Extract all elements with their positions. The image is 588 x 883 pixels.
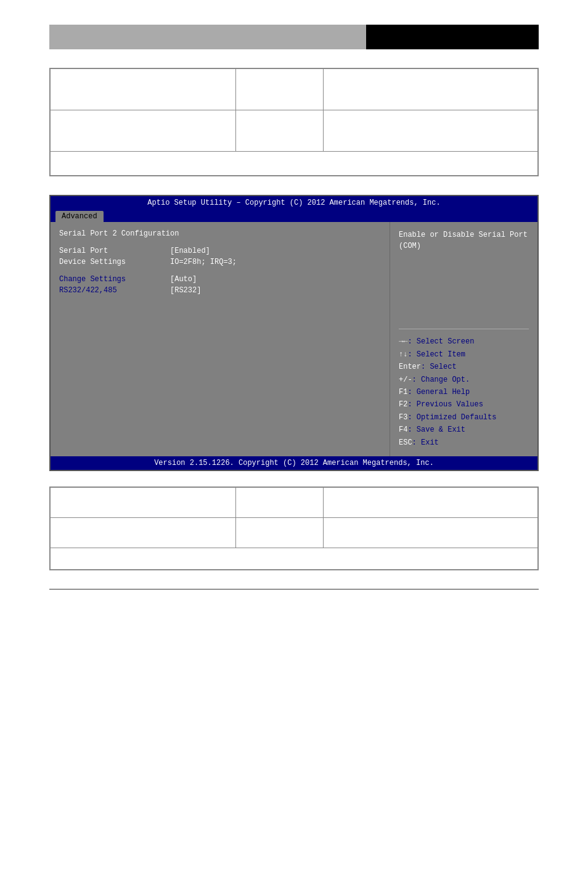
bios-section-title: Serial Port 2 Configuration	[59, 229, 381, 238]
key-f4: F4	[399, 425, 407, 434]
key-f3: F3	[399, 413, 407, 422]
upper-table-container	[49, 68, 539, 176]
bios-row-serial-port: Serial Port [Enabled]	[59, 247, 381, 255]
bios-key-enter: Enter: Select	[399, 361, 529, 373]
bios-title-text: Aptio Setup Utility – Copyright (C) 2012…	[147, 199, 440, 207]
bios-row-change-settings: Change Settings [Auto]	[59, 275, 381, 284]
lower-table-cell-2-1	[51, 518, 236, 548]
table-row-bottom	[51, 152, 538, 176]
top-left-bar	[49, 25, 366, 49]
bios-key-f3: F3: Optimized Defaults	[399, 411, 529, 424]
lower-table-container	[49, 487, 539, 570]
upper-table-bottom-cell	[51, 152, 538, 176]
bios-left-panel: Serial Port 2 Configuration Serial Port …	[51, 222, 390, 456]
bios-help-text: Enable or Disable Serial Port (COM)	[399, 229, 529, 322]
bios-key-f1: F1: General Help	[399, 386, 529, 398]
bios-help-title: Enable or Disable Serial Port (COM)	[399, 231, 528, 250]
bios-value-serial-port: [Enabled]	[170, 247, 210, 255]
bios-label-change-settings: Change Settings	[59, 275, 170, 284]
bios-value-device-settings: IO=2F8h; IRQ=3;	[170, 258, 237, 266]
bios-divider	[399, 329, 529, 329]
bios-label-serial-port: Serial Port	[59, 247, 170, 255]
table-row-bottom	[51, 548, 538, 570]
lower-table-cell-1-2	[235, 488, 323, 518]
table-row	[51, 518, 538, 548]
upper-table-cell-2-1	[51, 110, 236, 152]
bios-label-device-settings: Device Settings	[59, 258, 170, 266]
key-plusminus: +/-	[399, 376, 412, 384]
bios-row-rs232: RS232/422,485 [RS232]	[59, 286, 381, 295]
upper-table-cell-2-2	[235, 110, 323, 152]
table-row	[51, 110, 538, 152]
bios-footer-text: Version 2.15.1226. Copyright (C) 2012 Am…	[154, 459, 434, 467]
bios-key-f2: F2: Previous Values	[399, 398, 529, 411]
bios-key-arrows-ud: ↑↓: Select Item	[399, 348, 529, 361]
bios-value-change-settings: [Auto]	[170, 275, 197, 284]
key-esc: ESC	[399, 438, 412, 447]
upper-table-cell-1-3	[323, 69, 537, 110]
key-lr: →←	[399, 337, 407, 346]
bios-key-plusminus: +/-: Change Opt.	[399, 374, 529, 386]
top-right-bar	[366, 25, 539, 49]
lower-table	[50, 487, 538, 570]
table-row	[51, 488, 538, 518]
table-row	[51, 69, 538, 110]
bios-main-content: Serial Port 2 Configuration Serial Port …	[51, 222, 537, 456]
bottom-divider	[49, 589, 539, 589]
bios-value-rs232: [RS232]	[170, 286, 201, 295]
bios-key-legend: →←: Select Screen ↑↓: Select Item Enter:…	[399, 335, 529, 449]
bios-right-panel: Enable or Disable Serial Port (COM) →←: …	[390, 222, 537, 456]
lower-table-cell-1-3	[323, 488, 537, 518]
bios-key-f4: F4: Save & Exit	[399, 424, 529, 436]
key-f1: F1	[399, 388, 407, 396]
bios-key-arrows-lr: →←: Select Screen	[399, 335, 529, 348]
bios-title-bar: Aptio Setup Utility – Copyright (C) 2012…	[51, 196, 537, 210]
lower-table-bottom-cell	[51, 548, 538, 570]
bios-tab-row: Advanced	[51, 210, 537, 222]
bios-key-esc: ESC: Exit	[399, 437, 529, 449]
key-f2: F2	[399, 400, 407, 409]
upper-table	[50, 68, 538, 176]
lower-table-cell-2-3	[323, 518, 537, 548]
bios-row-device-settings: Device Settings IO=2F8h; IRQ=3;	[59, 258, 381, 266]
key-enter: Enter	[399, 363, 421, 371]
bios-screenshot: Aptio Setup Utility – Copyright (C) 2012…	[49, 195, 539, 471]
upper-table-cell-1-2	[235, 69, 323, 110]
bios-label-rs232: RS232/422,485	[59, 286, 170, 295]
bios-footer: Version 2.15.1226. Copyright (C) 2012 Am…	[51, 456, 537, 470]
key-ud: ↑↓	[399, 350, 407, 359]
lower-table-cell-2-2	[235, 518, 323, 548]
top-decorative-area	[49, 18, 539, 55]
upper-table-cell-1-1	[51, 69, 236, 110]
lower-table-cell-1-1	[51, 488, 236, 518]
bios-tab-advanced[interactable]: Advanced	[55, 211, 104, 222]
upper-table-cell-2-3	[323, 110, 537, 152]
